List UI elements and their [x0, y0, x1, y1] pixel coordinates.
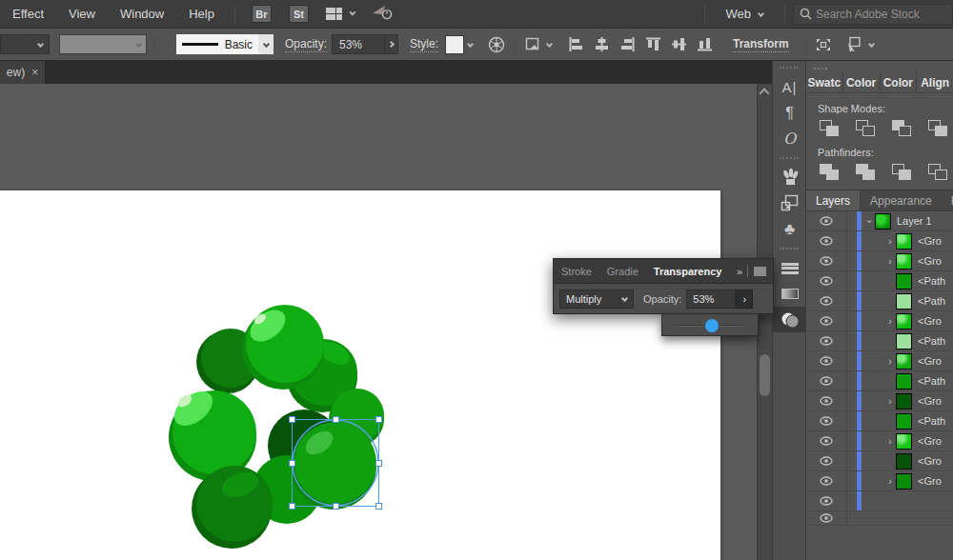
layer-row[interactable]: › Layer 1 [806, 211, 953, 231]
handle-bottom-right[interactable] [375, 503, 382, 510]
bridge-button[interactable]: Br [252, 5, 272, 23]
visibility-toggle[interactable] [806, 411, 847, 430]
handle-bottom-center[interactable] [333, 503, 339, 510]
tab-swatches[interactable]: Swatc [806, 72, 843, 92]
layer-label[interactable]: <Gro [918, 475, 942, 487]
layer-row[interactable]: › <Gro [806, 351, 953, 371]
layer-row[interactable]: › <Gro [806, 391, 953, 411]
fill-color-dropdown[interactable] [0, 34, 50, 54]
handle-bottom-left[interactable] [289, 503, 295, 510]
layer-thumbnail[interactable] [896, 293, 912, 310]
layer-label[interactable]: <Gro [918, 395, 942, 407]
tab-color-guide[interactable]: Color [881, 72, 918, 92]
layer-label[interactable]: <Path [918, 335, 945, 347]
search-input[interactable] [816, 8, 928, 21]
align-right-button[interactable] [620, 37, 635, 51]
recolor-artwork-button[interactable] [488, 36, 505, 53]
layer-expand-chevron[interactable]: › [884, 396, 896, 407]
layer-label[interactable]: <Gro [918, 235, 942, 247]
brush-definition-dropdown[interactable]: Basic [176, 34, 274, 54]
handle-top-left[interactable] [289, 416, 295, 423]
handle-top-right[interactable] [375, 416, 382, 423]
layer-thumbnail[interactable] [896, 413, 912, 430]
layer-expand-chevron[interactable]: › [884, 436, 896, 447]
tab-properties[interactable]: Prop [942, 190, 953, 210]
align-center-button[interactable] [595, 37, 609, 51]
pathfinder-trim-icon[interactable] [856, 164, 877, 181]
menu-view[interactable]: View [56, 0, 108, 29]
visibility-toggle[interactable] [806, 251, 847, 270]
menu-help[interactable]: Help [176, 0, 227, 29]
align-middle-button[interactable] [672, 37, 686, 51]
visibility-toggle[interactable] [806, 371, 847, 390]
stroke-color-swatch[interactable] [59, 34, 147, 54]
dock-grip[interactable] [780, 67, 799, 70]
transparency-panel-icon[interactable] [773, 307, 806, 332]
layer-thumbnail[interactable] [896, 453, 912, 470]
layer-label[interactable]: <Gro [918, 315, 942, 327]
layer-row[interactable]: <Path [806, 411, 953, 431]
visibility-toggle[interactable] [806, 271, 847, 290]
layer-thumbnail[interactable] [896, 353, 912, 370]
vertical-scrollbar[interactable] [757, 84, 772, 560]
layer-row[interactable]: <Path [806, 271, 953, 291]
collapse-panel-icon[interactable]: » [737, 266, 741, 277]
opacity-slider-button[interactable]: › [736, 290, 753, 309]
tab-stroke[interactable]: Stroke [554, 266, 599, 277]
close-icon[interactable]: × [31, 66, 38, 79]
shape-mode-intersect-icon[interactable] [892, 120, 913, 137]
visibility-toggle[interactable] [806, 211, 847, 230]
document-tab[interactable]: ew) × [0, 61, 46, 84]
scrollbar-thumb[interactable] [760, 354, 770, 396]
graphic-style-swatch[interactable] [445, 35, 464, 54]
tab-transparency[interactable]: Transparency [646, 266, 730, 277]
adobe-stock-search[interactable] [793, 4, 953, 25]
style-dropdown-button[interactable] [468, 42, 473, 47]
layer-row[interactable]: › <Gro [806, 431, 953, 451]
layer-row[interactable]: › <Gro [806, 311, 953, 331]
selection-bounding-box[interactable] [292, 419, 379, 507]
opacity-value-field[interactable]: 53% [332, 34, 385, 54]
layer-label[interactable]: <Path [918, 295, 945, 307]
shape-mode-minus-front-icon[interactable] [856, 120, 877, 137]
handle-middle-left[interactable] [289, 460, 295, 467]
visibility-toggle[interactable] [806, 431, 847, 450]
pathfinder-merge-icon[interactable] [892, 164, 913, 181]
visibility-toggle[interactable] [806, 491, 847, 510]
visibility-toggle[interactable] [806, 351, 847, 370]
slider-track[interactable] [676, 325, 744, 327]
tab-appearance[interactable]: Appearance [861, 190, 942, 210]
layer-row[interactable]: › <Gro [806, 471, 953, 491]
paragraph-panel-icon[interactable]: ¶ [773, 100, 806, 126]
menu-window[interactable]: Window [108, 0, 176, 29]
symbols-panel-icon[interactable]: ♣ [773, 216, 806, 242]
layer-label[interactable]: <Gro [918, 355, 942, 367]
layer-thumbnail[interactable] [875, 213, 891, 230]
character-panel-icon[interactable]: A| [773, 74, 806, 100]
layer-expand-chevron[interactable]: › [884, 236, 896, 247]
layer-expand-chevron[interactable]: › [884, 256, 896, 267]
layer-thumbnail[interactable] [896, 273, 912, 290]
opacity-link[interactable]: Opacity: [285, 37, 327, 52]
layer-thumbnail[interactable] [896, 253, 912, 270]
transparency-floating-panel[interactable]: Stroke Gradie Transparency » Multiply Op… [553, 258, 774, 314]
tab-gradient[interactable]: Gradie [599, 266, 646, 277]
visibility-toggle[interactable] [806, 311, 847, 330]
layer-label[interactable]: <Gro [918, 455, 942, 467]
panel-opacity-field[interactable]: 53% [686, 290, 736, 309]
visibility-toggle[interactable] [806, 231, 847, 250]
layer-row[interactable]: › <Gro [806, 251, 953, 271]
slider-thumb[interactable] [705, 319, 719, 332]
select-similar-button[interactable] [845, 36, 874, 52]
visibility-toggle[interactable] [806, 451, 847, 470]
pathfinder-divide-icon[interactable] [820, 164, 841, 181]
layer-thumbnail[interactable] [896, 233, 912, 250]
dock-grip[interactable] [780, 157, 799, 161]
free-transform-button[interactable] [815, 37, 832, 52]
layer-row[interactable]: <Gro [806, 451, 953, 471]
gradient-panel-icon[interactable] [773, 281, 806, 307]
layer-row[interactable] [806, 491, 953, 511]
layer-label[interactable]: <Path [918, 375, 945, 387]
layer-expand-chevron[interactable]: › [864, 215, 875, 227]
layer-label[interactable]: <Gro [918, 435, 942, 447]
